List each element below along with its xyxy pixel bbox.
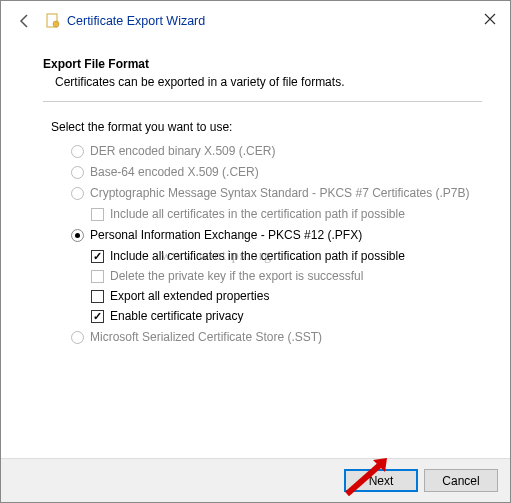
checkbox-label: Export all extended properties <box>110 289 269 303</box>
certificate-icon <box>45 13 61 29</box>
radio-icon <box>71 145 84 158</box>
radio-label: DER encoded binary X.509 (.CER) <box>90 144 275 158</box>
titlebar: Certificate Export Wizard <box>1 1 510 41</box>
checkbox-icon <box>91 290 104 303</box>
radio-pfx[interactable]: Personal Information Exchange - PKCS #12… <box>71 228 482 242</box>
check-pfx-include[interactable]: Include all certificates in the certific… <box>91 249 482 263</box>
radio-label: Base-64 encoded X.509 (.CER) <box>90 165 259 179</box>
content-area: Export File Format Certificates can be e… <box>1 41 510 344</box>
check-pkcs7-include: Include all certificates in the certific… <box>91 207 482 221</box>
cancel-button[interactable]: Cancel <box>424 469 498 492</box>
checkbox-icon <box>91 250 104 263</box>
check-pfx-ext[interactable]: Export all extended properties <box>91 289 482 303</box>
checkbox-icon <box>91 270 104 283</box>
radio-icon <box>71 331 84 344</box>
divider <box>43 101 482 102</box>
checkbox-label: Include all certificates in the certific… <box>110 249 405 263</box>
radio-sst: Microsoft Serialized Certificate Store (… <box>71 330 482 344</box>
section-subtext: Certificates can be exported in a variet… <box>55 75 482 89</box>
svg-point-1 <box>53 21 59 27</box>
radio-icon <box>71 166 84 179</box>
section-heading: Export File Format <box>43 57 482 71</box>
footer: Next Cancel <box>1 458 510 502</box>
radio-icon <box>71 229 84 242</box>
close-button[interactable] <box>478 7 502 31</box>
checkbox-icon <box>91 208 104 221</box>
radio-pkcs7: Cryptographic Message Syntax Standard - … <box>71 186 482 200</box>
check-pfx-delete: Delete the private key if the export is … <box>91 269 482 283</box>
checkbox-label: Include all certificates in the certific… <box>110 207 405 221</box>
radio-label: Cryptographic Message Syntax Standard - … <box>90 186 470 200</box>
check-pfx-privacy[interactable]: Enable certificate privacy <box>91 309 482 323</box>
instruction-text: Select the format you want to use: <box>51 120 482 134</box>
radio-der: DER encoded binary X.509 (.CER) <box>71 144 482 158</box>
back-button[interactable] <box>13 9 37 33</box>
radio-base64: Base-64 encoded X.509 (.CER) <box>71 165 482 179</box>
next-button[interactable]: Next <box>344 469 418 492</box>
radio-icon <box>71 187 84 200</box>
checkbox-label: Enable certificate privacy <box>110 309 243 323</box>
window-title: Certificate Export Wizard <box>67 14 205 28</box>
radio-label: Personal Information Exchange - PKCS #12… <box>90 228 362 242</box>
checkbox-label: Delete the private key if the export is … <box>110 269 363 283</box>
format-options: DER encoded binary X.509 (.CER) Base-64 … <box>71 144 482 344</box>
checkbox-icon <box>91 310 104 323</box>
radio-label: Microsoft Serialized Certificate Store (… <box>90 330 322 344</box>
